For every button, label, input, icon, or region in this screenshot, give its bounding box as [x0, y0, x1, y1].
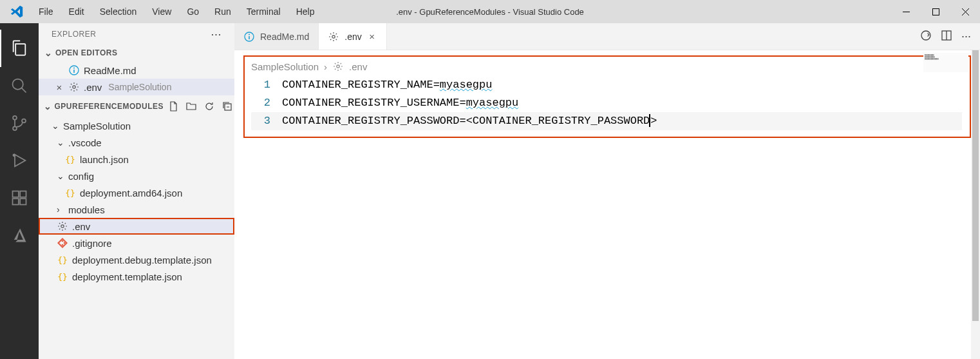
- code-line[interactable]: 3CONTAINER_REGISTRY_PASSWORD=<CONTAINER_…: [251, 112, 962, 130]
- folder-modules[interactable]: ›modules: [39, 201, 234, 218]
- svg-point-13: [73, 68, 75, 69]
- chevron-down-icon: ⌄: [52, 121, 59, 131]
- code-text: CONTAINER_REGISTRY_PASSWORD=<CONTAINER_R…: [282, 112, 657, 130]
- line-number: 1: [251, 76, 282, 94]
- activity-azure[interactable]: [0, 217, 39, 254]
- menu-view[interactable]: View: [144, 3, 179, 21]
- svg-point-3: [13, 116, 17, 120]
- window-title: .env - GpuReferenceModules - Visual Stud…: [396, 7, 584, 17]
- menu-terminal[interactable]: Terminal: [239, 3, 288, 21]
- git-icon: [57, 237, 68, 249]
- scroll-thumb[interactable]: [972, 50, 979, 321]
- menu-help[interactable]: Help: [288, 3, 323, 21]
- breadcrumb-item[interactable]: SampleSolution: [251, 61, 319, 72]
- close-button[interactable]: [950, 0, 980, 23]
- code-text: CONTAINER_REGISTRY_USERNAME=myasegpu: [282, 94, 518, 112]
- svg-point-19: [64, 242, 66, 244]
- folder-vscode[interactable]: ⌄.vscode: [39, 134, 234, 151]
- svg-point-18: [62, 244, 64, 246]
- svg-rect-1: [932, 8, 939, 15]
- window-controls: [891, 0, 980, 23]
- menubar: File Edit Selection View Go Run Terminal…: [31, 3, 322, 21]
- svg-rect-21: [249, 36, 250, 39]
- sidebar-title-label: EXPLORER: [52, 30, 96, 39]
- breadcrumb-item[interactable]: .env: [349, 61, 367, 72]
- editor-area: ReadMe.md .env × ··· SampleSolution › .e…: [234, 23, 980, 359]
- vscode-logo-icon: [8, 3, 26, 21]
- folder-samplesolution[interactable]: ⌄SampleSolution: [39, 117, 234, 134]
- json-icon: {}: [57, 271, 68, 282]
- open-editor-readme[interactable]: × ReadMe.md: [39, 62, 234, 79]
- svg-point-22: [249, 34, 250, 35]
- close-icon[interactable]: ×: [54, 82, 64, 93]
- tree-label: deployment.template.json: [72, 271, 182, 282]
- tree-label: .env: [72, 221, 90, 232]
- open-editors-label: OPEN EDITORS: [55, 48, 117, 57]
- open-editors-header[interactable]: ⌄ OPEN EDITORS: [39, 45, 234, 61]
- tab-readme[interactable]: ReadMe.md: [234, 23, 319, 50]
- file-deployment-template[interactable]: {}deployment.template.json: [39, 268, 234, 285]
- workspace-header[interactable]: ⌄ GPUREFERENCEMODULES: [39, 97, 234, 116]
- json-icon: {}: [57, 254, 68, 266]
- file-launch-json[interactable]: {}launch.json: [39, 151, 234, 168]
- menu-file[interactable]: File: [31, 3, 61, 21]
- more-icon[interactable]: ···: [961, 30, 971, 43]
- info-icon: [243, 31, 255, 43]
- menu-go[interactable]: Go: [179, 3, 207, 21]
- gear-icon: [332, 61, 344, 72]
- workspace-label: GPUREFERENCEMODULES: [55, 102, 164, 111]
- minimap[interactable]: ████████████████████████████████████████…: [923, 53, 968, 72]
- close-icon[interactable]: ×: [367, 32, 377, 42]
- run-icon[interactable]: [920, 30, 932, 43]
- file-env[interactable]: .env: [39, 218, 234, 235]
- file-deployment-amd64[interactable]: {}deployment.amd64.json: [39, 184, 234, 201]
- file-gitignore[interactable]: .gitignore: [39, 235, 234, 251]
- activity-extensions[interactable]: [0, 179, 39, 217]
- menu-edit[interactable]: Edit: [61, 3, 92, 21]
- activity-search[interactable]: [0, 67, 39, 104]
- svg-rect-9: [20, 199, 26, 204]
- json-icon: {}: [64, 187, 76, 199]
- chevron-down-icon: ⌄: [44, 48, 53, 58]
- svg-point-23: [332, 35, 335, 37]
- tree-label: deployment.amd64.json: [80, 188, 182, 199]
- activity-run-debug[interactable]: [0, 142, 39, 179]
- open-editor-label: .env: [84, 82, 102, 93]
- new-folder-icon[interactable]: [184, 99, 198, 113]
- open-editor-env[interactable]: × .env SampleSolution: [39, 79, 234, 95]
- gear-icon: [328, 31, 339, 43]
- minimize-button[interactable]: [891, 0, 921, 23]
- activity-bar: [0, 23, 39, 359]
- chevron-down-icon: ⌄: [44, 101, 52, 112]
- open-editor-label: ReadMe.md: [84, 65, 137, 76]
- titlebar: File Edit Selection View Go Run Terminal…: [0, 0, 980, 23]
- new-file-icon[interactable]: [166, 99, 180, 113]
- tree-label: .gitignore: [72, 238, 112, 249]
- chevron-right-icon: ›: [57, 204, 64, 215]
- refresh-icon[interactable]: [202, 99, 216, 113]
- code-line[interactable]: 2CONTAINER_REGISTRY_USERNAME=myasegpu: [251, 94, 962, 112]
- file-deployment-debug[interactable]: {}deployment.debug.template.json: [39, 251, 234, 268]
- tree-label: launch.json: [80, 154, 129, 165]
- activity-source-control[interactable]: [0, 104, 39, 142]
- collapse-all-icon[interactable]: [220, 99, 234, 113]
- maximize-button[interactable]: [921, 0, 950, 23]
- tab-env[interactable]: .env ×: [319, 23, 386, 50]
- sidebar-more-icon[interactable]: ···: [211, 30, 221, 38]
- open-editors-list: × ReadMe.md × .env SampleSolution: [39, 61, 234, 97]
- svg-point-2: [13, 79, 23, 90]
- svg-rect-0: [903, 12, 910, 12]
- folder-config[interactable]: ⌄config: [39, 168, 234, 184]
- json-icon: {}: [64, 153, 76, 165]
- code-line[interactable]: 1CONTAINER_REGISTRY_NAME=myasegpu: [251, 76, 962, 94]
- activity-explorer[interactable]: [0, 30, 39, 67]
- menu-run[interactable]: Run: [207, 3, 239, 21]
- code-editor[interactable]: 1CONTAINER_REGISTRY_NAME=myasegpu 2CONTA…: [251, 76, 962, 130]
- line-number: 2: [251, 94, 282, 112]
- menu-selection[interactable]: Selection: [92, 3, 145, 21]
- vertical-scrollbar[interactable]: [971, 50, 980, 359]
- split-editor-icon[interactable]: [941, 30, 952, 43]
- tree-label: SampleSolution: [63, 121, 131, 131]
- breadcrumb[interactable]: SampleSolution › .env: [251, 61, 962, 72]
- editor-content-highlight: SampleSolution › .env 1CONTAINER_REGISTR…: [243, 55, 971, 138]
